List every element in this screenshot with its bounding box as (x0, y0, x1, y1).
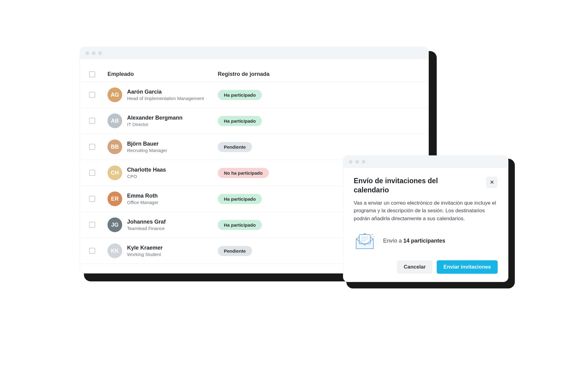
avatar: BB (107, 139, 122, 154)
employee-role: IT Director (127, 121, 183, 128)
row-checkbox[interactable] (89, 196, 95, 202)
svg-point-5 (371, 234, 373, 235)
employee-role: Working Student (127, 251, 163, 258)
close-icon: ✕ (490, 179, 494, 186)
modal-titlebar (343, 156, 508, 168)
employee-role: Recruiting Manager (127, 147, 167, 154)
status-badge: Ha participado (218, 116, 262, 126)
status-badge: Ha participado (218, 194, 262, 204)
row-checkbox[interactable] (89, 92, 95, 98)
row-checkbox[interactable] (89, 118, 95, 124)
status-badge: Ha participado (218, 220, 262, 230)
status-badge: No ha participado (218, 168, 269, 178)
employee-role: Office Manager (127, 199, 158, 206)
avatar: CH (107, 165, 122, 180)
mail-icon (354, 232, 376, 250)
window-dot (362, 160, 365, 164)
row-checkbox[interactable] (89, 248, 95, 254)
table-row[interactable]: AGAarón GarciaHead of Implementation Man… (80, 82, 428, 108)
employee-name: Kyle Kraemer (127, 244, 163, 251)
employee-role: CPO (127, 173, 166, 180)
employee-role: Teamlead Finance (127, 225, 166, 232)
avatar: AB (107, 113, 122, 128)
send-summary-prefix: Envío a (383, 238, 403, 244)
avatar: KK (107, 243, 122, 258)
status-badge: Ha participado (218, 90, 262, 100)
avatar: ER (107, 191, 122, 206)
window-dot (355, 160, 359, 164)
employee-name: Charlotte Haas (127, 166, 166, 173)
employee-name: Aarón Garcia (127, 88, 204, 95)
table-row[interactable]: ABAlexander BergmannIT DirectorHa partic… (80, 108, 428, 134)
employee-name: Alexander Bergmann (127, 114, 183, 121)
row-checkbox[interactable] (89, 144, 95, 150)
avatar: AG (107, 87, 122, 102)
modal-description: Vas a enviar un correo electrónico de in… (354, 199, 498, 223)
employee-name: Emma Roth (127, 192, 158, 199)
select-all-checkbox[interactable] (89, 71, 95, 77)
send-invitations-button[interactable]: Enviar invitaciones (437, 260, 498, 274)
column-header-status: Registro de jornada (218, 71, 270, 77)
row-checkbox[interactable] (89, 222, 95, 228)
window-titlebar (80, 47, 428, 59)
column-header-employee: Empleado (107, 71, 134, 77)
status-badge: Pendiente (218, 246, 252, 256)
status-badge: Pendiente (218, 142, 252, 152)
cancel-button[interactable]: Cancelar (397, 260, 432, 274)
window-dot (92, 51, 96, 55)
send-summary: Envío a 14 participantes (383, 238, 445, 244)
employee-name: Björn Bauer (127, 140, 167, 147)
window-dot (98, 51, 102, 55)
avatar: JG (107, 217, 122, 232)
svg-point-6 (374, 236, 375, 237)
window-dot (85, 51, 89, 55)
row-checkbox[interactable] (89, 170, 95, 176)
employee-name: Johannes Graf (127, 218, 166, 225)
table-header-row: Empleado Registro de jornada (80, 67, 428, 82)
modal-title: Envío de invitaciones del calendario (354, 176, 470, 195)
close-button[interactable]: ✕ (486, 176, 498, 188)
window-dot (349, 160, 352, 164)
employee-role: Head of Implementation Management (127, 95, 204, 102)
send-invitations-modal: Envío de invitaciones del calendario ✕ V… (343, 155, 508, 282)
send-summary-count: 14 participantes (403, 238, 445, 244)
